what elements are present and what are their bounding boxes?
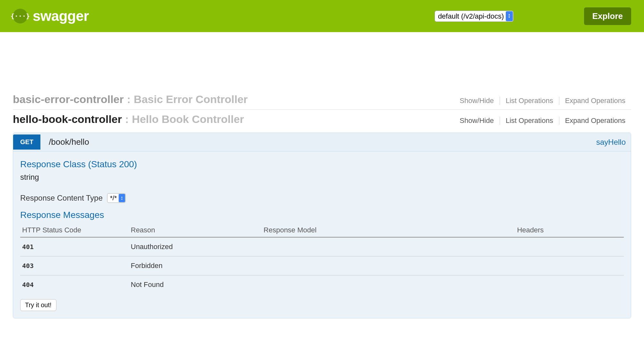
- controller-separator: :: [127, 93, 131, 106]
- status-model: [262, 275, 515, 294]
- method-badge: GET: [13, 134, 40, 150]
- controller-links: Show/Hide List Operations Expand Operati…: [454, 97, 631, 105]
- th-reason: Reason: [129, 223, 262, 237]
- status-headers: [515, 237, 624, 256]
- table-row: 401 Unauthorized: [20, 237, 624, 256]
- status-reason: Forbidden: [129, 256, 262, 275]
- status-reason: Not Found: [129, 275, 262, 294]
- status-reason: Unauthorized: [129, 237, 262, 256]
- brand[interactable]: {···} swagger: [13, 8, 89, 24]
- th-status: HTTP Status Code: [20, 223, 129, 237]
- operation-nickname[interactable]: sayHello: [596, 138, 626, 147]
- status-code: 404: [20, 275, 129, 294]
- content-type-select[interactable]: */*: [107, 193, 126, 203]
- status-code: 403: [20, 256, 129, 275]
- list-operations-link[interactable]: List Operations: [500, 117, 559, 125]
- status-code: 401: [20, 237, 129, 256]
- operation-path[interactable]: /book/hello: [49, 137, 89, 147]
- response-class-title: Response Class (Status 200): [20, 159, 624, 169]
- response-messages-table: HTTP Status Code Reason Response Model H…: [20, 223, 624, 294]
- try-it-out-button[interactable]: Try it out!: [20, 299, 56, 311]
- controller-row: hello-book-controller : Hello Book Contr…: [13, 110, 631, 129]
- list-operations-link[interactable]: List Operations: [500, 97, 559, 105]
- show-hide-link[interactable]: Show/Hide: [454, 97, 499, 105]
- controller-separator: :: [125, 113, 129, 126]
- table-row: 403 Forbidden: [20, 256, 624, 275]
- spec-select[interactable]: default (/v2/api-docs): [435, 11, 513, 22]
- operation-body: Response Class (Status 200) string Respo…: [13, 152, 631, 318]
- response-messages-title: Response Messages: [20, 210, 624, 220]
- th-headers: Headers: [515, 223, 624, 237]
- operation: GET /book/hello sayHello Response Class …: [13, 133, 631, 318]
- topbar: {···} swagger default (/v2/api-docs) Exp…: [0, 0, 644, 32]
- table-row: 404 Not Found: [20, 275, 624, 294]
- swagger-logo-icon: {···}: [13, 9, 28, 23]
- content-type-label: Response Content Type: [20, 194, 103, 203]
- operation-header[interactable]: GET /book/hello sayHello: [13, 133, 631, 152]
- controller-description: Hello Book Controller: [132, 113, 244, 126]
- controller-name[interactable]: basic-error-controller: [13, 93, 124, 106]
- th-model: Response Model: [262, 223, 515, 237]
- controller-description: Basic Error Controller: [134, 93, 248, 106]
- content-type-row: Response Content Type */*: [20, 193, 624, 203]
- status-model: [262, 256, 515, 275]
- controller-name[interactable]: hello-book-controller: [13, 113, 122, 126]
- main-container: basic-error-controller : Basic Error Con…: [0, 32, 644, 331]
- response-model: string: [20, 173, 624, 182]
- show-hide-link[interactable]: Show/Hide: [454, 117, 499, 125]
- spec-select-wrap: default (/v2/api-docs): [435, 11, 513, 22]
- status-headers: [515, 275, 624, 294]
- controller-row: basic-error-controller : Basic Error Con…: [13, 90, 631, 110]
- explore-button[interactable]: Explore: [584, 7, 631, 25]
- expand-operations-link[interactable]: Expand Operations: [559, 97, 631, 105]
- status-headers: [515, 256, 624, 275]
- controller-links: Show/Hide List Operations Expand Operati…: [454, 117, 631, 125]
- status-model: [262, 237, 515, 256]
- expand-operations-link[interactable]: Expand Operations: [559, 117, 631, 125]
- brand-text: swagger: [33, 8, 89, 24]
